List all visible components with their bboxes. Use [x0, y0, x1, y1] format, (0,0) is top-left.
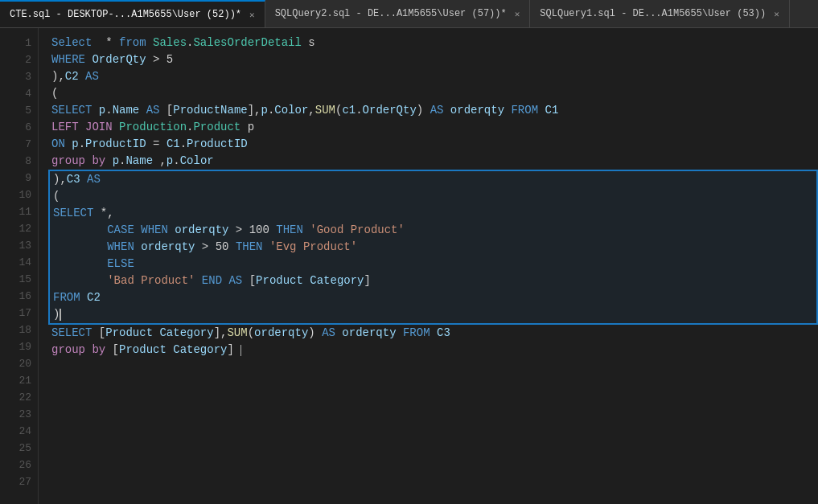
code-line-5: SELECT p . Name AS [ ProductName ], p . … [51, 102, 818, 119]
col-productname: ProductName [173, 102, 247, 119]
kw-from-18: FROM [403, 325, 430, 342]
table-product: Product [193, 119, 240, 136]
str-bad-product: 'Bad Product' [107, 272, 195, 289]
text-cursor [60, 309, 61, 321]
line-numbers: 1 2 3 4 5 6 7 8 9 10 11 12 13 14 15 16 1… [0, 28, 39, 504]
kw-on: ON [51, 136, 65, 153]
kw-as-2: AS [146, 102, 160, 119]
code-line-9: ), C3 AS [53, 171, 816, 188]
tab-sqlquery2-close[interactable]: ✕ [515, 9, 520, 19]
col-color: Color [274, 102, 308, 119]
col-p-color: p [166, 153, 173, 170]
kw-then-1: THEN [276, 222, 303, 239]
app-window: CTE.sql - DESKTOP-...A1M5655\User (52))*… [0, 0, 818, 504]
col-product-cat-3: Product Category [119, 342, 227, 359]
kw-group-by-1: group by [51, 153, 105, 170]
fn-sum-1: SUM [315, 102, 335, 119]
col-c1-2: C1 [166, 136, 180, 153]
selection-block: ), C3 AS ( SELECT *, CAS [48, 170, 818, 325]
col-p-3: p [72, 136, 78, 153]
code-line-20 [51, 359, 818, 375]
kw-as-9: AS [87, 171, 101, 188]
kw-left-join: LEFT JOIN [51, 119, 113, 136]
kw-as-15: AS [228, 272, 242, 289]
kw-end: END [202, 272, 222, 289]
kw-group-by-2: group by [51, 342, 105, 359]
table-sales: Sales [153, 35, 187, 51]
code-line-15: 'Bad Product' END AS [ Product Category … [53, 272, 816, 289]
kw-select-1: Select [51, 35, 92, 51]
kw-from-5: FROM [511, 102, 538, 119]
code-line-18: SELECT [ Product Category ], SUM ( order… [51, 325, 818, 342]
tab-cte-label: CTE.sql - DESKTOP-...A1M5655\User (52))* [10, 9, 241, 20]
tab-cte[interactable]: CTE.sql - DESKTOP-...A1M5655\User (52))*… [0, 0, 265, 27]
code-line-14: ELSE [53, 256, 816, 272]
cte-c2: C2 [65, 68, 79, 85]
code-line-17: ) [53, 306, 816, 323]
code-line-1: Select * from Sales . SalesOrderDetail s [51, 35, 818, 51]
col-orderqty-3: orderqty [450, 102, 504, 119]
col-c2-ref: C2 [87, 289, 101, 306]
col-c1-ref: C1 [545, 102, 558, 119]
kw-where: WHERE [51, 51, 85, 68]
code-line-16: FROM C2 [53, 289, 816, 306]
kw-as-18: AS [322, 325, 335, 342]
code-line-8: group by p . Name , p . Color [51, 153, 818, 170]
code-line-11: SELECT *, [53, 205, 816, 222]
kw-when-1: WHEN [141, 222, 168, 239]
code-line-10: ( [53, 188, 816, 205]
tab-sqlquery2[interactable]: SQLQuery2.sql - DE...A1M5655\User (57))*… [265, 0, 531, 27]
code-line-12: CASE WHEN orderqty > 100 THEN 'Good Prod… [53, 222, 816, 239]
col-productid-1: ProductID [85, 136, 146, 153]
tab-sqlquery1[interactable]: SQLQuery1.sql - DE...A1M5655\User (53)) … [530, 0, 789, 27]
tab-sqlquery1-close[interactable]: ✕ [774, 9, 779, 19]
kw-case: CASE [107, 222, 134, 239]
code-editor[interactable]: Select * from Sales . SalesOrderDetail s… [39, 28, 818, 504]
col-orderqty-1: OrderQty [92, 51, 146, 68]
col-product-cat-2: Product Category [105, 325, 213, 342]
kw-from-16: FROM [53, 289, 80, 306]
str-evg-product: 'Evg Product' [269, 239, 357, 256]
col-name-1: Name [113, 102, 140, 119]
kw-select-11: SELECT [53, 205, 93, 222]
table-production: Production [119, 119, 187, 136]
col-orderqty-6: orderqty [254, 325, 308, 342]
col-orderqty-5: orderqty [141, 239, 195, 256]
tab-sqlquery1-label: SQLQuery1.sql - DE...A1M5655\User (53)) [540, 8, 766, 19]
col-product-category: Product Category [256, 272, 364, 289]
col-orderqty-7: orderqty [342, 325, 396, 342]
kw-select-18: SELECT [51, 325, 92, 342]
cte-c3: C3 [67, 171, 80, 188]
col-c1: c1 [342, 102, 356, 119]
text-cursor-2 [240, 345, 241, 356]
col-p-name: p [99, 102, 105, 119]
col-c3-ref: C3 [437, 325, 450, 342]
code-line-2: WHERE OrderQty > 5 [51, 51, 818, 68]
col-p-name-2: p [113, 153, 119, 170]
col-p-2: p [261, 102, 268, 119]
kw-when-2: WHEN [107, 239, 134, 256]
table-salesorderdetail: SalesOrderDetail [193, 35, 301, 51]
col-orderqty-4: orderqty [175, 222, 228, 239]
kw-else: ELSE [107, 256, 134, 272]
col-color-2: Color [180, 153, 214, 170]
kw-as-1: AS [85, 68, 99, 85]
editor-area: 1 2 3 4 5 6 7 8 9 10 11 12 13 14 15 16 1… [0, 28, 818, 504]
tab-bar: CTE.sql - DESKTOP-...A1M5655\User (52))*… [0, 0, 818, 28]
kw-select-5: SELECT [51, 102, 92, 119]
code-line-7: ON p . ProductID = C1 . ProductID [51, 136, 818, 153]
kw-from-1: from [119, 35, 146, 51]
code-line-4: ( [51, 85, 818, 102]
code-line-3: ), C2 AS [51, 68, 818, 85]
tab-sqlquery2-label: SQLQuery2.sql - DE...A1M5655\User (57))* [275, 8, 507, 19]
col-orderqty-2: OrderQty [363, 102, 417, 119]
kw-then-2: THEN [236, 239, 263, 256]
code-line-13: WHEN orderqty > 50 THEN 'Evg Product' [53, 239, 816, 256]
col-name-2: Name [125, 153, 153, 170]
code-line-19: group by [ Product Category ] [51, 342, 818, 359]
fn-sum-2: SUM [227, 325, 247, 342]
str-good-product: 'Good Product' [310, 222, 405, 239]
tab-cte-close[interactable]: ✕ [249, 10, 255, 20]
kw-as-3: AS [430, 102, 444, 119]
col-productid-2: ProductID [187, 136, 248, 153]
